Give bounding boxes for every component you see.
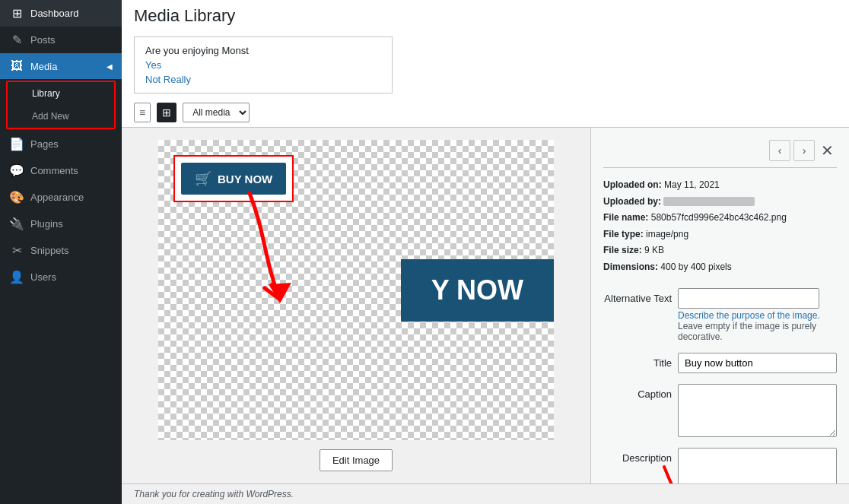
main-image-area: 🛒 BUY NOW Y NOW — [158, 140, 554, 440]
caption-textarea[interactable] — [678, 384, 837, 437]
description-textarea[interactable] — [678, 448, 837, 483]
description-row: Description — [603, 448, 837, 483]
large-buy-now-text: Y NOW — [431, 274, 523, 306]
next-arrow-icon: › — [803, 144, 806, 157]
dimensions-row: Dimensions: 400 by 400 pixels — [603, 259, 837, 276]
alt-text-hint2: Leave empty if the image is purely decor… — [678, 321, 837, 342]
main-area: Media Library Are you enjoying Monst Yes… — [122, 0, 849, 504]
file-size-label: File size: — [603, 245, 642, 255]
buy-now-thumbnail-text: BUY NOW — [218, 173, 272, 185]
sidebar-item-users[interactable]: 👤 Users — [0, 264, 122, 290]
description-label: Description — [603, 448, 672, 464]
file-type-label: File type: — [603, 229, 644, 239]
file-size-row: File size: 9 KB — [603, 242, 837, 259]
buy-now-large: Y NOW — [401, 259, 554, 322]
file-size-value: 9 KB — [644, 245, 664, 255]
title-input[interactable] — [678, 353, 837, 373]
close-icon: ✕ — [821, 142, 834, 159]
alt-text-row: Alternative Text Describe the purpose of… — [603, 288, 837, 342]
edit-image-button[interactable]: Edit Image — [320, 449, 393, 471]
buy-now-thumbnail: 🛒 BUY NOW — [181, 163, 286, 195]
sidebar-item-pages[interactable]: 📄 Pages — [0, 131, 122, 157]
alt-text-input[interactable] — [678, 288, 819, 309]
media-title-row: Media Library — [134, 6, 837, 26]
file-name-label: File name: — [603, 212, 648, 223]
file-type-value: image/png — [646, 229, 688, 239]
alt-text-container: Describe the purpose of the image. Leave… — [678, 288, 837, 342]
media-icon: 🖼 — [9, 59, 24, 73]
file-name-value: 580b57fcd9996e24bc43c462.png — [651, 212, 787, 223]
file-name-row: File name: 580b57fcd9996e24bc43c462.png — [603, 210, 837, 227]
cart-icon: 🛒 — [195, 170, 211, 187]
media-arrow: ◀ — [107, 62, 113, 71]
uploaded-by-value — [663, 197, 755, 206]
alt-text-hint-link[interactable]: Describe the purpose of the image. — [678, 310, 837, 321]
sidebar-item-label: Pages — [30, 138, 59, 150]
dimensions-value: 400 by 400 pixels — [660, 262, 731, 272]
right-panel: ‹ › ✕ Uploaded on: May 11, 2021 Uploaded… — [590, 128, 849, 483]
uploaded-by-label: Uploaded by: — [603, 196, 661, 207]
library-highlight-box: Library Add New — [6, 81, 116, 129]
prev-arrow-icon: ‹ — [778, 144, 782, 157]
pages-icon: 📄 — [9, 137, 24, 151]
appearance-icon: 🎨 — [9, 190, 24, 204]
users-icon: 👤 — [9, 270, 24, 284]
sidebar-item-posts[interactable]: ✎ Posts — [0, 27, 122, 53]
uploaded-on-row: Uploaded on: May 11, 2021 — [603, 177, 837, 194]
sidebar-item-media[interactable]: 🖼 Media ◀ — [0, 53, 122, 79]
alt-text-label: Alternative Text — [603, 288, 672, 304]
library-label: Library — [32, 88, 60, 99]
sidebar-item-comments[interactable]: 💬 Comments — [0, 157, 122, 184]
plugins-icon: 🔌 — [9, 217, 24, 231]
sidebar-item-label: Appearance — [30, 192, 84, 203]
panel-nav: ‹ › ✕ — [603, 140, 837, 168]
description-section: Description — [603, 448, 837, 483]
title-row: Title — [603, 353, 837, 373]
sidebar-item-appearance[interactable]: 🎨 Appearance — [0, 184, 122, 211]
caption-label: Caption — [603, 384, 672, 400]
toolbar-row: ≡ ⊞ All media — [134, 98, 837, 127]
dashboard-icon: ⊞ — [9, 6, 24, 21]
thumbnail-container: 🛒 BUY NOW — [173, 155, 294, 202]
posts-icon: ✎ — [9, 33, 24, 47]
grid-view-button[interactable]: ⊞ — [157, 103, 176, 122]
prev-image-button[interactable]: ‹ — [769, 140, 790, 161]
media-grid: 🛒 BUY NOW Y NOW Edit Image — [122, 128, 590, 483]
uploaded-by-row: Uploaded by: — [603, 194, 837, 211]
sidebar-item-label: Media — [30, 61, 57, 72]
monster-banner-text: Are you enjoying Monst — [145, 45, 249, 56]
sidebar-item-label: Posts — [30, 34, 56, 46]
page-title: Media Library — [134, 6, 235, 26]
sidebar: ⊞ Dashboard ✎ Posts 🖼 Media ◀ Library Ad… — [0, 0, 122, 504]
sidebar-item-add-new[interactable]: Add New — [8, 105, 114, 128]
content-area: 🛒 BUY NOW Y NOW Edit Image — [122, 128, 849, 483]
dimensions-label: Dimensions: — [603, 262, 658, 272]
uploaded-on-value: May 11, 2021 — [664, 179, 720, 190]
sidebar-item-label: Snippets — [30, 245, 69, 256]
sidebar-item-label: Comments — [30, 165, 78, 176]
sidebar-item-snippets[interactable]: ✂ Snippets — [0, 237, 122, 264]
monster-banner: Are you enjoying Monst Yes Not Really — [134, 36, 393, 94]
sidebar-item-library[interactable]: Library — [8, 82, 114, 105]
footer: Thank you for creating with WordPress. — [122, 483, 849, 504]
not-really-link[interactable]: Not Really — [145, 74, 381, 85]
caption-row: Caption — [603, 384, 837, 437]
list-view-button[interactable]: ≡ — [134, 103, 151, 122]
comments-icon: 💬 — [9, 163, 24, 178]
close-panel-button[interactable]: ✕ — [818, 141, 837, 160]
file-type-row: File type: image/png — [603, 227, 837, 243]
footer-text: Thank you for creating with WordPress. — [134, 489, 294, 499]
sidebar-item-plugins[interactable]: 🔌 Plugins — [0, 211, 122, 237]
media-header: Media Library Are you enjoying Monst Yes… — [122, 0, 849, 128]
add-new-label: Add New — [32, 111, 69, 122]
sidebar-item-label: Dashboard — [30, 8, 79, 19]
snippets-icon: ✂ — [9, 243, 24, 258]
sidebar-item-dashboard[interactable]: ⊞ Dashboard — [0, 0, 122, 27]
title-label: Title — [603, 353, 672, 369]
yes-link[interactable]: Yes — [145, 59, 381, 71]
media-filter-select[interactable]: All media — [183, 103, 250, 122]
sidebar-item-label: Users — [30, 271, 56, 283]
file-info: Uploaded on: May 11, 2021 Uploaded by: F… — [603, 177, 837, 276]
next-image-button[interactable]: › — [793, 140, 815, 161]
uploaded-on-label: Uploaded on: — [603, 179, 662, 190]
